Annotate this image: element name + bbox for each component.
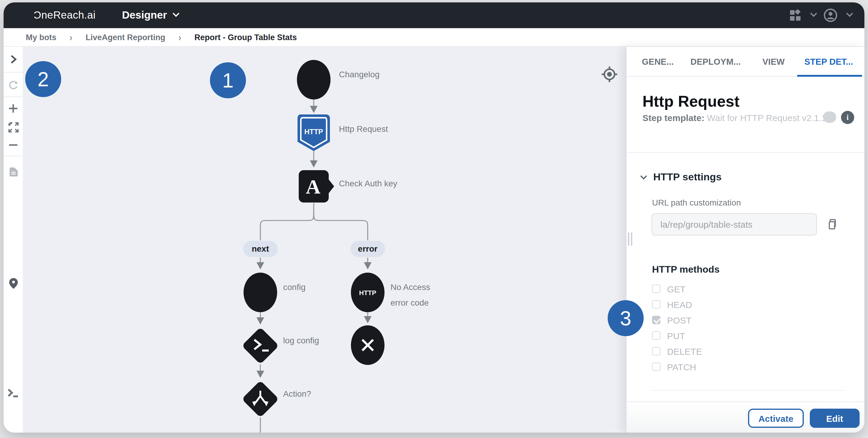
chevron-right-icon: › xyxy=(179,31,181,43)
label-no-access-line2: error code xyxy=(391,297,429,308)
notes-button[interactable] xyxy=(4,163,23,181)
callout-badge-3: 3 xyxy=(608,300,644,336)
flow-canvas[interactable]: HTTP A HTTP xyxy=(23,47,626,433)
center-view-button[interactable] xyxy=(602,67,617,82)
checkbox-icon[interactable] xyxy=(652,284,660,293)
label-changelog: Changelog xyxy=(339,69,379,80)
panel-tabs: GENE... DEPLOYM... VIEW STEP DET... xyxy=(627,47,864,77)
step-details-panel: GENE... DEPLOYM... VIEW STEP DET... Http… xyxy=(626,47,864,433)
step-template-row: Step template: Wait for HTTP Request v2.… xyxy=(643,113,831,123)
method-label: POST xyxy=(667,315,692,325)
apps-grid-menu[interactable] xyxy=(789,9,815,21)
zoom-out-button[interactable] xyxy=(4,136,23,154)
url-path-label: URL path customization xyxy=(652,198,741,207)
url-path-input[interactable] xyxy=(651,213,817,235)
chevron-down-icon xyxy=(846,10,853,17)
location-pin-icon xyxy=(9,278,18,289)
logo-text: neReach.ai xyxy=(41,9,96,21)
copy-button[interactable] xyxy=(826,218,839,231)
app-header: ƆneReach.ai Designer xyxy=(4,2,864,28)
template-status-dot[interactable] xyxy=(823,111,836,123)
zoom-in-button[interactable] xyxy=(4,99,23,117)
info-icon[interactable]: i xyxy=(841,111,854,124)
node-changelog[interactable] xyxy=(297,60,331,99)
expand-panel-button[interactable] xyxy=(4,50,23,68)
tab-view[interactable]: VIEW xyxy=(763,47,785,76)
onereach-logo[interactable]: ƆneReach.ai xyxy=(34,9,96,22)
edit-button[interactable]: Edit xyxy=(810,409,860,428)
logo-o-glyph: Ɔ xyxy=(34,9,41,21)
user-account-menu[interactable] xyxy=(824,8,851,22)
designer-menu[interactable]: Designer xyxy=(122,9,178,22)
checkbox-checked-icon[interactable] xyxy=(652,316,660,324)
label-check-auth: Check Auth key xyxy=(339,178,397,189)
method-checkbox-head[interactable]: HEAD xyxy=(652,298,692,310)
checkbox-icon[interactable] xyxy=(652,300,660,309)
step-template-label: Step template: xyxy=(643,113,705,123)
chevron-down-icon xyxy=(810,10,817,17)
auth-node-letter: A xyxy=(306,175,320,198)
method-checkbox-post[interactable]: POST xyxy=(652,314,692,326)
http-methods-heading: HTTP methods xyxy=(652,264,719,275)
label-http-request: Http Request xyxy=(339,124,388,134)
content-divider xyxy=(651,390,845,391)
plus-icon xyxy=(8,104,18,113)
method-label: HEAD xyxy=(667,299,692,309)
callout-badge-2: 2 xyxy=(25,61,61,97)
http-settings-heading[interactable]: HTTP settings xyxy=(653,171,722,183)
chevron-right-icon: › xyxy=(70,31,72,43)
tab-general[interactable]: GENE... xyxy=(642,47,674,76)
no-access-http-text: HTTP xyxy=(359,289,376,297)
crosshair-icon xyxy=(602,67,617,82)
breadcrumb: My bots › LiveAgent Reporting › Report -… xyxy=(4,28,864,47)
node-check-auth[interactable]: A xyxy=(299,170,334,203)
chevron-right-icon xyxy=(9,55,18,64)
breadcrumb-my-bots[interactable]: My bots xyxy=(26,33,56,42)
redo-button[interactable] xyxy=(4,75,23,94)
method-label: PATCH xyxy=(667,362,696,372)
node-http-request[interactable]: HTTP xyxy=(298,115,329,150)
checkbox-icon[interactable] xyxy=(652,331,660,340)
method-label: PUT xyxy=(667,331,685,341)
label-no-access-line1: No Access xyxy=(391,281,430,293)
fullscreen-icon xyxy=(8,122,18,132)
breadcrumb-flow-group[interactable]: LiveAgent Reporting xyxy=(86,33,165,42)
designer-label: Designer xyxy=(122,9,167,21)
redo-icon xyxy=(8,79,18,90)
canvas-toolbar xyxy=(4,47,23,433)
callout-badge-1: 1 xyxy=(210,62,246,98)
branch-pill-next[interactable]: next xyxy=(243,241,278,257)
method-checkbox-delete[interactable]: DELETE xyxy=(652,345,702,357)
checkbox-icon[interactable] xyxy=(652,363,660,371)
panel-resize-handle[interactable] xyxy=(628,233,633,246)
step-title: Http Request xyxy=(643,92,740,111)
tab-step-details[interactable]: STEP DET... xyxy=(804,47,853,76)
method-checkbox-put[interactable]: PUT xyxy=(652,330,685,341)
checkbox-icon[interactable] xyxy=(652,347,660,355)
method-checkbox-get[interactable]: GET xyxy=(652,283,686,295)
collapse-chevron-icon[interactable] xyxy=(640,173,647,180)
app-window: ƆneReach.ai Designer xyxy=(4,2,864,433)
method-label: DELETE xyxy=(667,346,702,356)
method-checkbox-patch[interactable]: PATCH xyxy=(652,361,696,373)
http-shield-text: HTTP xyxy=(304,128,323,136)
label-log-config: log config xyxy=(283,335,319,346)
section-divider xyxy=(627,152,864,153)
console-button[interactable] xyxy=(4,384,23,402)
tab-deployments[interactable]: DEPLOYM... xyxy=(690,47,741,76)
chevron-down-icon xyxy=(173,10,180,17)
locate-step-button[interactable] xyxy=(4,274,23,293)
node-config[interactable] xyxy=(244,273,277,312)
label-action: Action? xyxy=(283,388,311,399)
node-log-config[interactable] xyxy=(242,327,279,364)
fit-to-screen-button[interactable] xyxy=(4,118,23,136)
node-no-access[interactable]: HTTP xyxy=(351,273,384,312)
terminal-icon xyxy=(7,389,19,397)
node-action[interactable] xyxy=(242,380,279,417)
label-config: config xyxy=(283,281,306,293)
node-end[interactable] xyxy=(351,325,384,365)
branch-pill-error[interactable]: error xyxy=(350,241,385,257)
panel-footer: Activate Edit xyxy=(627,401,864,433)
active-tab-underline xyxy=(797,75,862,77)
activate-button[interactable]: Activate xyxy=(748,409,804,428)
